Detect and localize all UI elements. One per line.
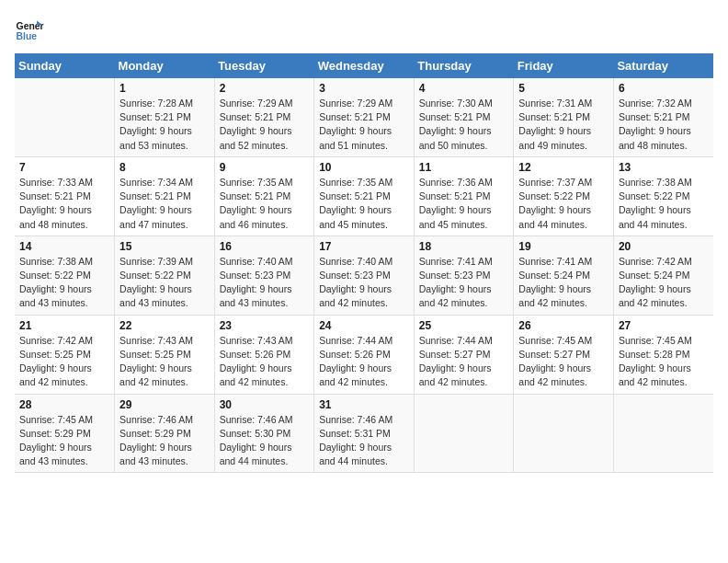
calendar-cell: 30Sunrise: 7:46 AM Sunset: 5:30 PM Dayli… xyxy=(214,394,314,473)
day-number: 3 xyxy=(319,82,409,95)
day-info: Sunrise: 7:35 AM Sunset: 5:21 PM Dayligh… xyxy=(319,176,409,232)
day-info: Sunrise: 7:36 AM Sunset: 5:21 PM Dayligh… xyxy=(419,176,509,232)
calendar-cell: 1Sunrise: 7:28 AM Sunset: 5:21 PM Daylig… xyxy=(115,78,215,156)
day-info: Sunrise: 7:41 AM Sunset: 5:24 PM Dayligh… xyxy=(518,255,609,311)
calendar-cell: 7Sunrise: 7:33 AM Sunset: 5:21 PM Daylig… xyxy=(15,156,115,236)
day-number: 4 xyxy=(419,82,509,95)
day-info: Sunrise: 7:45 AM Sunset: 5:27 PM Dayligh… xyxy=(518,334,609,390)
calendar-cell: 24Sunrise: 7:44 AM Sunset: 5:26 PM Dayli… xyxy=(314,315,415,394)
header-wednesday: Wednesday xyxy=(314,53,415,78)
calendar-week-row: 7Sunrise: 7:33 AM Sunset: 5:21 PM Daylig… xyxy=(15,156,713,236)
calendar-cell: 20Sunrise: 7:42 AM Sunset: 5:24 PM Dayli… xyxy=(613,236,713,315)
calendar-week-row: 1Sunrise: 7:28 AM Sunset: 5:21 PM Daylig… xyxy=(15,78,713,156)
day-info: Sunrise: 7:42 AM Sunset: 5:25 PM Dayligh… xyxy=(19,334,109,390)
day-info: Sunrise: 7:40 AM Sunset: 5:23 PM Dayligh… xyxy=(319,255,409,311)
calendar-cell: 2Sunrise: 7:29 AM Sunset: 5:21 PM Daylig… xyxy=(214,78,314,156)
day-number: 27 xyxy=(619,319,709,332)
calendar-cell xyxy=(613,394,713,473)
calendar-cell: 21Sunrise: 7:42 AM Sunset: 5:25 PM Dayli… xyxy=(15,315,115,394)
day-info: Sunrise: 7:40 AM Sunset: 5:23 PM Dayligh… xyxy=(220,255,310,311)
calendar-cell: 13Sunrise: 7:38 AM Sunset: 5:22 PM Dayli… xyxy=(613,156,713,236)
calendar-cell: 3Sunrise: 7:29 AM Sunset: 5:21 PM Daylig… xyxy=(314,78,415,156)
calendar-header-row: SundayMondayTuesdayWednesdayThursdayFrid… xyxy=(15,53,713,78)
header-tuesday: Tuesday xyxy=(214,53,314,78)
logo: General Blue xyxy=(15,15,44,44)
calendar-cell: 8Sunrise: 7:34 AM Sunset: 5:21 PM Daylig… xyxy=(115,156,215,236)
day-info: Sunrise: 7:34 AM Sunset: 5:21 PM Dayligh… xyxy=(119,176,210,232)
svg-text:Blue: Blue xyxy=(17,31,38,41)
day-number: 22 xyxy=(119,319,210,332)
day-number: 7 xyxy=(19,161,109,174)
calendar-cell: 16Sunrise: 7:40 AM Sunset: 5:23 PM Dayli… xyxy=(214,236,314,315)
day-info: Sunrise: 7:45 AM Sunset: 5:29 PM Dayligh… xyxy=(19,413,109,469)
day-number: 16 xyxy=(220,240,310,253)
day-number: 19 xyxy=(518,240,609,253)
calendar-cell: 26Sunrise: 7:45 AM Sunset: 5:27 PM Dayli… xyxy=(514,315,614,394)
day-info: Sunrise: 7:46 AM Sunset: 5:29 PM Dayligh… xyxy=(119,413,210,469)
day-number: 5 xyxy=(518,82,609,95)
day-number: 18 xyxy=(419,240,509,253)
calendar-cell: 6Sunrise: 7:32 AM Sunset: 5:21 PM Daylig… xyxy=(613,78,713,156)
calendar-cell: 4Sunrise: 7:30 AM Sunset: 5:21 PM Daylig… xyxy=(414,78,514,156)
day-info: Sunrise: 7:31 AM Sunset: 5:21 PM Dayligh… xyxy=(518,97,609,153)
day-info: Sunrise: 7:45 AM Sunset: 5:28 PM Dayligh… xyxy=(619,334,709,390)
day-info: Sunrise: 7:46 AM Sunset: 5:30 PM Dayligh… xyxy=(220,413,310,469)
day-info: Sunrise: 7:29 AM Sunset: 5:21 PM Dayligh… xyxy=(220,97,310,153)
logo-icon: General Blue xyxy=(15,15,44,44)
calendar-cell: 28Sunrise: 7:45 AM Sunset: 5:29 PM Dayli… xyxy=(15,394,115,473)
day-number: 20 xyxy=(619,240,709,253)
day-number: 15 xyxy=(119,240,210,253)
day-info: Sunrise: 7:35 AM Sunset: 5:21 PM Dayligh… xyxy=(220,176,310,232)
day-info: Sunrise: 7:43 AM Sunset: 5:25 PM Dayligh… xyxy=(119,334,210,390)
day-number: 8 xyxy=(119,161,210,174)
day-number: 13 xyxy=(619,161,709,174)
day-info: Sunrise: 7:44 AM Sunset: 5:26 PM Dayligh… xyxy=(319,334,409,390)
calendar-cell xyxy=(15,78,115,156)
calendar-cell: 23Sunrise: 7:43 AM Sunset: 5:26 PM Dayli… xyxy=(214,315,314,394)
day-number: 21 xyxy=(19,319,109,332)
day-number: 2 xyxy=(220,82,310,95)
svg-text:General: General xyxy=(17,21,44,31)
day-info: Sunrise: 7:29 AM Sunset: 5:21 PM Dayligh… xyxy=(319,97,409,153)
header-saturday: Saturday xyxy=(613,53,713,78)
calendar-cell: 29Sunrise: 7:46 AM Sunset: 5:29 PM Dayli… xyxy=(115,394,215,473)
day-number: 1 xyxy=(119,82,210,95)
day-info: Sunrise: 7:38 AM Sunset: 5:22 PM Dayligh… xyxy=(19,255,109,311)
calendar-table: SundayMondayTuesdayWednesdayThursdayFrid… xyxy=(15,53,713,473)
calendar-cell: 15Sunrise: 7:39 AM Sunset: 5:22 PM Dayli… xyxy=(115,236,215,315)
day-info: Sunrise: 7:41 AM Sunset: 5:23 PM Dayligh… xyxy=(419,255,509,311)
day-number: 11 xyxy=(419,161,509,174)
calendar-cell: 12Sunrise: 7:37 AM Sunset: 5:22 PM Dayli… xyxy=(514,156,614,236)
day-number: 29 xyxy=(119,398,210,411)
day-number: 23 xyxy=(220,319,310,332)
calendar-cell: 27Sunrise: 7:45 AM Sunset: 5:28 PM Dayli… xyxy=(613,315,713,394)
header-sunday: Sunday xyxy=(15,53,115,78)
day-number: 31 xyxy=(319,398,409,411)
day-info: Sunrise: 7:38 AM Sunset: 5:22 PM Dayligh… xyxy=(619,176,709,232)
day-number: 6 xyxy=(619,82,709,95)
calendar-cell: 17Sunrise: 7:40 AM Sunset: 5:23 PM Dayli… xyxy=(314,236,415,315)
calendar-week-row: 28Sunrise: 7:45 AM Sunset: 5:29 PM Dayli… xyxy=(15,394,713,473)
calendar-cell: 14Sunrise: 7:38 AM Sunset: 5:22 PM Dayli… xyxy=(15,236,115,315)
day-info: Sunrise: 7:43 AM Sunset: 5:26 PM Dayligh… xyxy=(220,334,310,390)
calendar-week-row: 21Sunrise: 7:42 AM Sunset: 5:25 PM Dayli… xyxy=(15,315,713,394)
day-info: Sunrise: 7:42 AM Sunset: 5:24 PM Dayligh… xyxy=(619,255,709,311)
calendar-cell: 10Sunrise: 7:35 AM Sunset: 5:21 PM Dayli… xyxy=(314,156,415,236)
calendar-cell: 5Sunrise: 7:31 AM Sunset: 5:21 PM Daylig… xyxy=(514,78,614,156)
day-info: Sunrise: 7:44 AM Sunset: 5:27 PM Dayligh… xyxy=(419,334,509,390)
page-header: General Blue xyxy=(15,15,713,44)
day-info: Sunrise: 7:28 AM Sunset: 5:21 PM Dayligh… xyxy=(119,97,210,153)
calendar-cell: 25Sunrise: 7:44 AM Sunset: 5:27 PM Dayli… xyxy=(414,315,514,394)
calendar-cell: 11Sunrise: 7:36 AM Sunset: 5:21 PM Dayli… xyxy=(414,156,514,236)
day-info: Sunrise: 7:37 AM Sunset: 5:22 PM Dayligh… xyxy=(518,176,609,232)
day-number: 9 xyxy=(220,161,310,174)
header-monday: Monday xyxy=(115,53,215,78)
header-thursday: Thursday xyxy=(414,53,514,78)
day-number: 10 xyxy=(319,161,409,174)
day-number: 30 xyxy=(220,398,310,411)
calendar-cell: 9Sunrise: 7:35 AM Sunset: 5:21 PM Daylig… xyxy=(214,156,314,236)
day-info: Sunrise: 7:46 AM Sunset: 5:31 PM Dayligh… xyxy=(319,413,409,469)
day-info: Sunrise: 7:32 AM Sunset: 5:21 PM Dayligh… xyxy=(619,97,709,153)
calendar-cell: 18Sunrise: 7:41 AM Sunset: 5:23 PM Dayli… xyxy=(414,236,514,315)
calendar-cell: 31Sunrise: 7:46 AM Sunset: 5:31 PM Dayli… xyxy=(314,394,415,473)
